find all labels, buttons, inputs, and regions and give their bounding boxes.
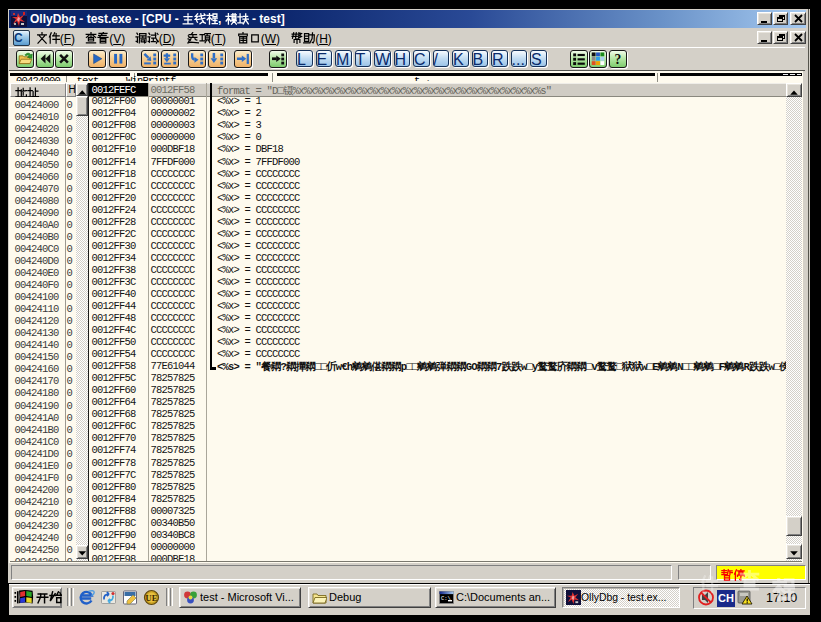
svg-text:UE: UE (145, 593, 157, 603)
svg-text:?: ? (615, 52, 622, 66)
